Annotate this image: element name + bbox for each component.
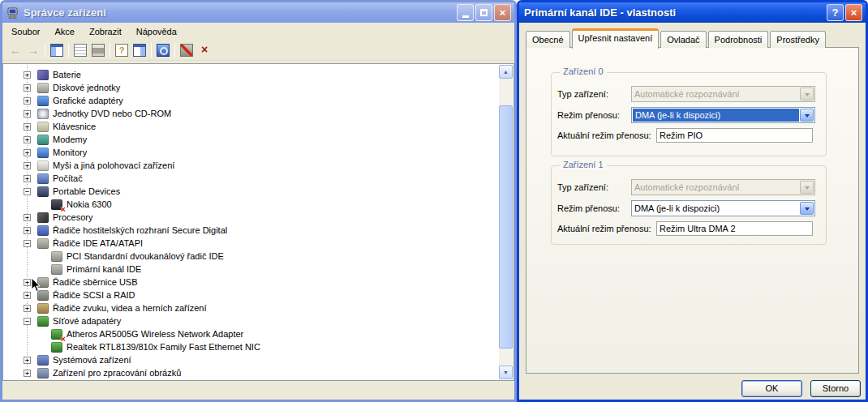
tab-prostredky[interactable]: Prostředky — [770, 31, 826, 48]
tree-item-radice-zvuku-videa-a-hernich-zarizeni[interactable]: +Řadiče zvuku, videa a herních zařízení — [4, 302, 499, 314]
tree-item-label: Systémová zařízení — [53, 355, 131, 365]
tree-item-portable-devices[interactable]: −Portable Devices — [4, 185, 499, 198]
expand-toggle[interactable]: + — [24, 84, 31, 92]
collapse-toggle[interactable]: − — [24, 318, 31, 325]
tree-item-systemova-zarizeni[interactable]: +Systémová zařízení — [4, 353, 499, 366]
combo-dropdown-button[interactable] — [800, 202, 814, 215]
tree-item-pci-standardni-dvoukanalovy-radic-ide[interactable]: PCI Standardní dvoukanálový řadič IDE — [4, 250, 499, 263]
collapse-toggle[interactable]: − — [24, 240, 31, 247]
dialog-title-bar[interactable]: Primární kanál IDE - vlastnosti ? × — [519, 2, 866, 23]
expand-toggle[interactable]: + — [24, 305, 31, 312]
print-button[interactable] — [89, 41, 107, 59]
tree-item-procesory[interactable]: +Procesory — [4, 211, 499, 224]
tree-item-jednotky-dvd-nebo-cd-rom[interactable]: +Jednotky DVD nebo CD-ROM — [4, 107, 499, 120]
menu-akce[interactable]: Akce — [47, 24, 81, 39]
menu-napoveda[interactable]: Nápověda — [129, 24, 184, 39]
system-device-icon — [37, 355, 49, 366]
tree-item-graficke-adaptery[interactable]: +Grafické adaptéry — [4, 94, 499, 107]
combo-dropdown-button[interactable] — [800, 109, 814, 122]
tree-item-diskove-jednotky[interactable]: +Diskové jednotky — [4, 81, 499, 94]
combo-value: DMA (je-li k dispozici) — [633, 109, 799, 122]
collapse-toggle[interactable]: − — [24, 188, 31, 195]
expand-toggle[interactable]: + — [24, 149, 31, 156]
tree-item-label: Monitory — [53, 148, 87, 157]
tree-item-modemy[interactable]: +Modemy — [4, 133, 499, 146]
screen: Správce zařízení × SouborAkceZobrazitNáp… — [0, 0, 868, 402]
forward-icon: → — [27, 44, 40, 57]
ide-controller-icon — [51, 251, 62, 262]
minimize-button[interactable] — [457, 4, 474, 21]
tree-item-label: Grafické adaptéry — [53, 96, 123, 105]
dialog-close-button[interactable]: × — [845, 4, 862, 21]
disable-device-button[interactable] — [178, 41, 196, 59]
transfer-mode-combo-1[interactable]: DMA (je-li k dispozici) — [631, 200, 815, 216]
tree-item-mysi-a-jina-polohovaci-zarizeni[interactable]: +Myši a jiná polohovací zařízení — [4, 159, 499, 172]
help-icon: ? — [115, 44, 128, 57]
tree-item-radice-ide-ata-atapi[interactable]: −Řadiče IDE ATA/ATAPI — [4, 237, 499, 250]
tree-item-sitove-adapatery[interactable]: −Síťové adapatéry — [4, 314, 499, 327]
expand-toggle[interactable]: + — [24, 175, 31, 182]
tree-item-radice-sbernice-usb[interactable]: +Řadiče sběrnice USB — [4, 276, 499, 289]
tree-item-baterie[interactable]: +Baterie — [4, 68, 499, 81]
tree-item-realtek-rtl8139-810x-family-fast-ethernet-nic[interactable]: Realtek RTL8139/810x Family Fast Etherne… — [4, 340, 499, 353]
tab-obecne[interactable]: Obecné — [526, 31, 570, 48]
menu-zobrazit[interactable]: Zobrazit — [82, 24, 129, 39]
tree-item-label: Myši a jiná polohovací zařízení — [53, 160, 174, 170]
properties-button[interactable] — [71, 41, 89, 59]
expand-toggle[interactable]: + — [24, 123, 31, 130]
transfer-mode-combo-0[interactable]: DMA (je-li k dispozici) — [631, 107, 815, 123]
device-manager-title-bar[interactable]: Správce zařízení × — [2, 2, 514, 23]
close-button[interactable]: × — [494, 4, 511, 21]
scan-hardware-changes-button[interactable] — [154, 41, 172, 59]
tree-item-label: Síťové adapatéry — [53, 316, 121, 326]
ok-button[interactable]: OK — [741, 380, 802, 397]
combo-dropdown-button — [800, 181, 814, 194]
forward-button[interactable]: → — [24, 41, 42, 59]
scroll-thumb[interactable] — [499, 105, 513, 349]
help-button[interactable]: ? — [113, 41, 131, 59]
expand-toggle[interactable]: + — [24, 136, 31, 143]
cd-drive-icon — [37, 109, 49, 119]
scroll-up-button[interactable]: ▲ — [499, 65, 513, 79]
tree-item-radice-scsi-a-raid[interactable]: +Řadiče SCSI a RAID — [4, 289, 499, 302]
dialog-title: Primární kanál IDE - vlastnosti — [524, 6, 827, 19]
expand-toggle[interactable]: + — [24, 279, 31, 286]
maximize-button[interactable] — [475, 4, 492, 21]
expand-toggle[interactable]: + — [24, 357, 31, 364]
expand-toggle[interactable]: + — [24, 370, 31, 377]
vertical-scrollbar[interactable]: ▲ ▼ — [499, 65, 513, 379]
tab-ovladac[interactable]: Ovladač — [660, 31, 706, 48]
tree-item-atheros-ar5005g-wireless-network-adapter[interactable]: ×Atheros AR5005G Wireless Network Adapte… — [4, 327, 499, 340]
tab-podrobnosti[interactable]: Podrobnosti — [708, 31, 769, 48]
tree-item-nokia-6300[interactable]: ×Nokia 6300 — [4, 198, 499, 211]
show-console-tree-icon — [50, 44, 63, 57]
tree-item-radice-hostitelskych-rozhrani-secure-digital[interactable]: +Řadiče hostitelských rozhraní Secure Di… — [4, 224, 499, 237]
expand-toggle[interactable]: + — [24, 97, 31, 105]
scroll-down-button[interactable]: ▼ — [499, 366, 513, 379]
menu-soubor[interactable]: Soubor — [4, 24, 47, 39]
current-transfer-mode-field-0[interactable]: Režim PIO — [656, 128, 813, 143]
show-action-pane-button[interactable] — [131, 41, 148, 59]
uninstall-device-button[interactable]: × — [196, 41, 213, 59]
tree-item-zarizeni-pro-zpracovani-obrazku[interactable]: +Zařízení pro zpracování obrázků — [4, 366, 499, 379]
expand-toggle[interactable]: + — [24, 292, 31, 299]
help-button[interactable]: ? — [827, 4, 844, 21]
tab-upresnit-nastaveni[interactable]: Upřesnit nastavení — [572, 28, 660, 49]
current-transfer-mode-field-1[interactable]: Režim Ultra DMA 2 — [656, 221, 813, 236]
expand-toggle[interactable]: + — [24, 162, 31, 169]
chevron-down-icon — [805, 114, 810, 120]
group-caption: Zařízení 0 — [560, 66, 607, 76]
expand-toggle[interactable]: + — [24, 110, 31, 118]
tree-item-primarni-kanal-ide[interactable]: Primární kanál IDE — [4, 263, 499, 276]
tree-item-monitory[interactable]: +Monitory — [4, 146, 499, 159]
show-console-tree-button[interactable] — [48, 41, 66, 59]
tree-item-pocitac[interactable]: +Počítač — [4, 172, 499, 185]
back-button[interactable]: ← — [6, 41, 24, 59]
cancel-button[interactable]: Storno — [810, 380, 861, 397]
tree-item-klavesnice[interactable]: +Klávesnice — [4, 120, 499, 133]
monitor-icon — [37, 148, 49, 158]
expand-toggle[interactable]: + — [24, 71, 31, 79]
expand-toggle[interactable]: + — [24, 227, 31, 234]
combo-value: Automatické rozpoznávání — [632, 87, 799, 101]
expand-toggle[interactable]: + — [24, 214, 31, 221]
